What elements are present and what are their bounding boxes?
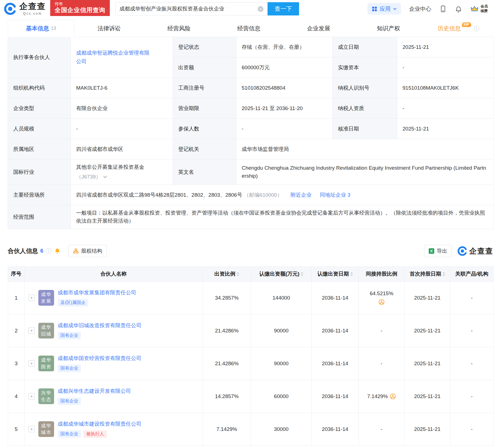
partner-name-link[interactable]: 成都成华旧城改造投资有限责任公司 (58, 322, 142, 329)
tab-operation-risk[interactable]: 经营风险 (144, 20, 214, 37)
indirect-ratio-cell: 64.5215% (359, 281, 405, 314)
qcc-logo[interactable]: 企查查 Qcc.com (4, 2, 46, 15)
partners-info-icon[interactable]: i (46, 248, 51, 254)
partner-seq: 4 (8, 380, 25, 413)
apps-menu[interactable]: 应用 (367, 3, 401, 15)
tab-development[interactable]: 企业发展 (284, 20, 354, 37)
first-hold-date: 2025-11-21 (405, 347, 450, 380)
sort-icon[interactable] (237, 272, 239, 276)
partner-row: 4 + 兴华生态 成都兴华生态建设开发有限公司 国有企业 14.2857% 60… (8, 380, 494, 413)
partner-tag: 被执行人 (84, 430, 107, 438)
reg-authority-value: 成华市场监督管理局 (236, 139, 494, 159)
apps-label: 应用 (380, 5, 391, 13)
tab-history[interactable]: 历史信息 VIP i (423, 20, 493, 37)
enterprise-center-link[interactable]: 企业中心 (409, 5, 431, 13)
reg-number-value: 510108202548804 (236, 78, 333, 98)
partner-name-cell: + 成华国资 成都成华国资经营投资有限责任公司 国有企业 (25, 347, 203, 380)
equity-penetration-icon[interactable] (379, 299, 385, 305)
search-button[interactable]: 查一下 (268, 2, 299, 15)
partners-header-right: 导出 企查查 (424, 245, 493, 257)
expand-button[interactable]: + (28, 295, 35, 301)
expand-button[interactable]: + (28, 426, 35, 432)
subscribe-bell-icon[interactable] (54, 248, 61, 254)
partner-row: 3 + 成华国资 成都成华国资经营投资有限责任公司 国有企业 21.4286% … (8, 347, 494, 380)
chevron-down-icon[interactable] (103, 175, 107, 178)
partners-count: 6 (40, 248, 43, 254)
indirect-ratio-value: 7.1429% (367, 393, 388, 399)
partner-tags: 国有企业 (58, 365, 81, 372)
nearby-companies-link[interactable]: 附近企业 (291, 192, 311, 198)
promo-top-text: 传奇 (55, 1, 105, 6)
contribution-ratio: 7.1429% (203, 413, 251, 446)
reg-status-label: 登记状态 (173, 37, 236, 57)
tab-count: 13 (51, 26, 56, 31)
subscribed-amount: 90000 (251, 347, 312, 380)
tab-legal[interactable]: 法律诉讼 (74, 20, 144, 37)
history-info-icon[interactable]: i (474, 26, 479, 31)
address-value: 四川省成都市成华区双成二路98号4栋28层2801、2802、2803、2806… (71, 185, 494, 205)
related-products: - (450, 281, 494, 314)
equity-penetration-icon[interactable] (390, 393, 396, 399)
related-products: - (450, 413, 494, 446)
expand-button[interactable]: + (28, 327, 35, 334)
clear-search-icon[interactable]: × (258, 6, 263, 12)
partner-avatar: 成华国资 (38, 356, 54, 371)
vip-renewal[interactable]: 会员 续费 (470, 4, 488, 14)
sort-icon[interactable] (301, 272, 303, 276)
industry-code: （J6739） (76, 173, 101, 181)
partner-tags: 国有企业 (58, 398, 81, 405)
partner-name-link[interactable]: 成都成华国资经营投资有限责任公司 (58, 355, 142, 362)
same-address-link[interactable]: 同地址企业 3 (320, 192, 350, 198)
org-code-label: 组织机构代码 (8, 78, 71, 98)
first-hold-date: 2025-11-21 (405, 413, 450, 446)
partner-name-cell: + 成华发展 成都市成华发展集团有限责任公司 县(区)属国企 (25, 281, 203, 314)
mobile-app-icon[interactable] (439, 5, 447, 12)
promo-banner[interactable]: 传奇 全国企业信用查询 (50, 0, 110, 16)
notifications-bell-icon[interactable] (455, 5, 462, 12)
export-button[interactable]: 导出 (424, 245, 452, 257)
sort-icon[interactable] (443, 272, 445, 276)
equity-structure-button[interactable]: 股权结构 (68, 245, 107, 257)
tab-basic-info[interactable]: 基本信息 13 (8, 20, 74, 37)
reg-status-value: 存续（在营、开业、在册） (236, 37, 333, 57)
reg-number-label: 工商注册号 (173, 78, 236, 98)
establish-date-value: 2025-11-21 (397, 37, 494, 57)
qcc-watermark-text: 企查查 (469, 246, 493, 256)
partners-header: 合伙人信息 6 i 股权结构 导出 企查查 (8, 245, 493, 257)
expand-button[interactable]: + (28, 393, 35, 399)
business-term-label: 营业期限 (173, 98, 236, 119)
first-hold-date: 2025-11-21 (405, 380, 450, 413)
partners-table-header-row: 序号 合伙人名称 出资比例 认缴出资额(万元) 认缴出资日期 间接持股比例 首次… (8, 266, 494, 281)
related-products: - (450, 347, 494, 380)
expand-button[interactable]: + (28, 360, 35, 367)
indirect-ratio-cell: - (359, 314, 405, 347)
partner-tags: 国有企业 (58, 332, 81, 339)
establish-date-label: 成立日期 (333, 37, 397, 57)
exec-partner-link[interactable]: 成都成华智远腾悦企业管理有限公司 (76, 49, 153, 66)
contribution-ratio: 34.2857% (203, 281, 251, 314)
partner-row: 2 + 成华旧城 成都成华旧城改造投资有限责任公司 国有企业 21.4286% … (8, 314, 494, 347)
partner-seq: 5 (8, 413, 25, 446)
col-subscribed-amount: 认缴出资额(万元) (251, 266, 312, 281)
partner-tags: 县(区)属国企 (58, 299, 88, 306)
partner-name-link[interactable]: 成都兴华生态建设开发有限公司 (58, 388, 131, 395)
indirect-ratio-value: - (381, 426, 382, 432)
partner-name-link[interactable]: 成都成华城市建设投资有限责任公司 (58, 420, 142, 428)
region-label: 所属地区 (8, 139, 71, 159)
header-right: 应用 企业中心 会员 续费 (367, 3, 501, 15)
subscribed-amount: 30000 (251, 413, 312, 446)
partner-name-link[interactable]: 成都市成华发展集团有限责任公司 (58, 289, 136, 296)
search-input[interactable] (119, 6, 258, 12)
crown-icon (470, 5, 479, 12)
search-bar: × 查一下 (115, 2, 299, 15)
address-label: 主要经营场所 (8, 185, 71, 205)
business-term-value: 2025-11-21 至 2036-11-20 (236, 98, 333, 119)
sort-icon[interactable] (350, 272, 353, 276)
chevron-down-icon (393, 8, 396, 10)
tab-operation-info[interactable]: 经营信息 (214, 20, 284, 37)
subscribed-date: 2036-11-14 (312, 347, 359, 380)
indirect-ratio-cell: - (359, 413, 405, 446)
qcc-logo-icon (457, 246, 467, 256)
tab-intellectual-property[interactable]: 知识产权 (354, 20, 423, 37)
tax-quality-value: - (397, 98, 494, 119)
